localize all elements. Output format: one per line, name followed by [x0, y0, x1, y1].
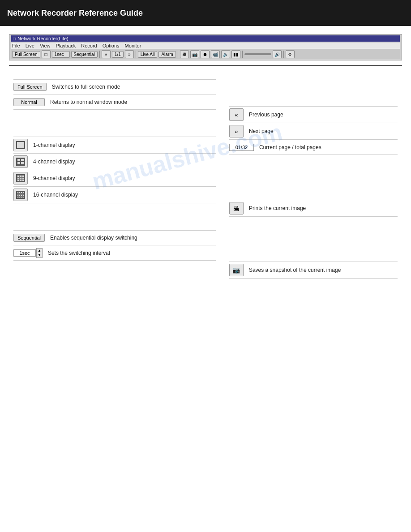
toolbar-cam-btn[interactable]: 📹	[211, 50, 220, 58]
toolbar-rec-btn[interactable]: ⏺	[201, 50, 210, 58]
toolbar-page: 1/1	[112, 51, 124, 58]
app-title: Network Recorder(Lite)	[17, 36, 68, 41]
fullscreen-desc: Switches to full screen mode	[52, 84, 120, 90]
toolbar-prev-btn[interactable]: «	[102, 50, 111, 58]
toolbar-menu: File Live View Playback Record Options M…	[11, 43, 400, 49]
page-num-row: Current page / total pages	[229, 140, 398, 155]
layout-group: 1-channel display 4-channel display	[13, 137, 216, 203]
section-divider	[9, 65, 402, 66]
toolbar-interval-input[interactable]	[52, 51, 70, 58]
layout-sixteen-desc: 16-channel display	[33, 192, 78, 198]
fullscreen-btn[interactable]: Full Screen	[13, 83, 47, 91]
layout-quad-desc: 4-channel display	[33, 159, 75, 165]
sequential-btn[interactable]: Sequential	[13, 234, 45, 242]
menu-playback[interactable]: Playback	[56, 43, 76, 48]
page-number-input[interactable]	[229, 144, 254, 151]
sequential-group: Sequential Enables sequential display sw…	[13, 230, 216, 261]
page-num-desc: Current page / total pages	[259, 144, 321, 150]
sequential-row: Sequential Enables sequential display sw…	[13, 230, 216, 245]
print-btn[interactable]: 🖶	[229, 202, 244, 215]
interval-input[interactable]	[13, 249, 36, 257]
menu-live[interactable]: Live	[26, 43, 34, 48]
print-icon: 🖶	[233, 205, 240, 212]
prev-icon: «	[235, 112, 238, 118]
layout-single-row: 1-channel display	[13, 137, 216, 154]
header-bar: Network Recorder Reference Guide	[0, 0, 411, 26]
print-desc: Prints the current image	[249, 205, 306, 211]
menu-view[interactable]: View	[40, 43, 51, 48]
interval-down-btn[interactable]: ▼	[37, 253, 42, 257]
menu-monitor[interactable]: Monitor	[125, 43, 141, 48]
toolbar-pause-btn[interactable]: ▮▮	[231, 50, 240, 58]
sep1	[99, 51, 100, 58]
layout-sixteen-btn[interactable]	[13, 189, 28, 201]
snap-group: 📷 Saves a snapshot of the current image	[229, 262, 398, 279]
interval-desc: Sets the switching interval	[48, 250, 110, 256]
left-column: Full Screen Switches to full screen mode…	[13, 79, 225, 282]
snap-desc: Saves a snapshot of the current image	[249, 267, 341, 273]
layout-nine-desc: 9-channel display	[33, 175, 75, 181]
interval-up-btn[interactable]: ▲	[37, 249, 42, 253]
toolbar-next-btn[interactable]: »	[125, 50, 134, 58]
toolbar-live-all-btn[interactable]: Live All	[138, 51, 158, 58]
toolbar-normal-btn[interactable]: □	[42, 50, 51, 58]
toolbar-settings-btn[interactable]: ⚙	[286, 50, 295, 58]
content-columns: Full Screen Switches to full screen mode…	[13, 79, 398, 282]
layout-quad-btn[interactable]	[13, 155, 28, 168]
toolbar-sequential-btn[interactable]: Sequential	[71, 51, 98, 58]
sep2	[136, 51, 136, 58]
header-title: Network Recorder Reference Guide	[7, 9, 143, 18]
single-screen-icon	[16, 141, 25, 149]
next-page-btn[interactable]: »	[229, 125, 244, 137]
menu-file[interactable]: File	[12, 43, 20, 48]
toolbar-title-bar: □ Network Recorder(Lite)	[11, 35, 400, 42]
toolbar-vol-icon[interactable]: 🔊	[273, 50, 282, 58]
toolbar-print-btn[interactable]: 🖶	[180, 50, 189, 58]
fullscreen-row: Full Screen Switches to full screen mode	[13, 79, 216, 94]
nine-screen-icon	[16, 174, 25, 182]
navigation-group: « Previous page » Next page Current page…	[229, 106, 398, 155]
toolbar-fullscreen-btn[interactable]: Full Screen	[12, 51, 40, 58]
layout-nine-btn[interactable]	[13, 172, 28, 184]
view-mode-group: Full Screen Switches to full screen mode…	[13, 79, 216, 110]
next-icon: »	[235, 128, 238, 135]
prev-page-btn[interactable]: «	[229, 108, 244, 121]
quad-screen-icon	[16, 158, 25, 166]
print-group: 🖶 Prints the current image	[229, 200, 398, 217]
toolbar-volume-slider[interactable]	[244, 53, 271, 55]
snap-btn[interactable]: 📷	[229, 264, 244, 276]
layout-single-btn[interactable]	[13, 139, 28, 151]
prev-page-row: « Previous page	[229, 106, 398, 123]
sep5	[283, 51, 284, 58]
normal-row: Normal Returns to normal window mode	[13, 94, 216, 110]
sixteen-screen-icon	[16, 191, 25, 199]
right-column: « Previous page » Next page Current page…	[225, 79, 398, 282]
toolbar-alarm-btn[interactable]: Alarm	[158, 51, 176, 58]
layout-single-desc: 1-channel display	[33, 142, 75, 148]
layout-quad-row: 4-channel display	[13, 154, 216, 170]
sep3	[178, 51, 178, 58]
print-row: 🖶 Prints the current image	[229, 200, 398, 217]
layout-sixteen-row: 16-channel display	[13, 187, 216, 203]
prev-page-desc: Previous page	[249, 112, 283, 118]
next-page-row: » Next page	[229, 123, 398, 140]
next-page-desc: Next page	[249, 128, 274, 134]
snap-row: 📷 Saves a snapshot of the current image	[229, 262, 398, 279]
main-content: Full Screen Switches to full screen mode…	[0, 70, 411, 287]
interval-row: ▲ ▼ Sets the switching interval	[13, 245, 216, 261]
normal-btn[interactable]: Normal	[13, 98, 45, 106]
toolbar-controls: Full Screen □ Sequential « 1/1 » Live Al…	[11, 49, 400, 59]
normal-desc: Returns to normal window mode	[50, 99, 127, 105]
toolbar-mute-btn[interactable]: 🔈	[221, 50, 230, 58]
layout-nine-row: 9-channel display	[13, 170, 216, 187]
toolbar-section: □ Network Recorder(Lite) File Live View …	[9, 34, 402, 60]
menu-record[interactable]: Record	[81, 43, 97, 48]
sep4	[242, 51, 243, 58]
toolbar-snap-btn[interactable]: 📷	[190, 50, 199, 58]
sequential-desc: Enables sequential display switching	[50, 235, 137, 241]
menu-options[interactable]: Options	[103, 43, 120, 48]
snap-icon: 📷	[232, 266, 240, 274]
